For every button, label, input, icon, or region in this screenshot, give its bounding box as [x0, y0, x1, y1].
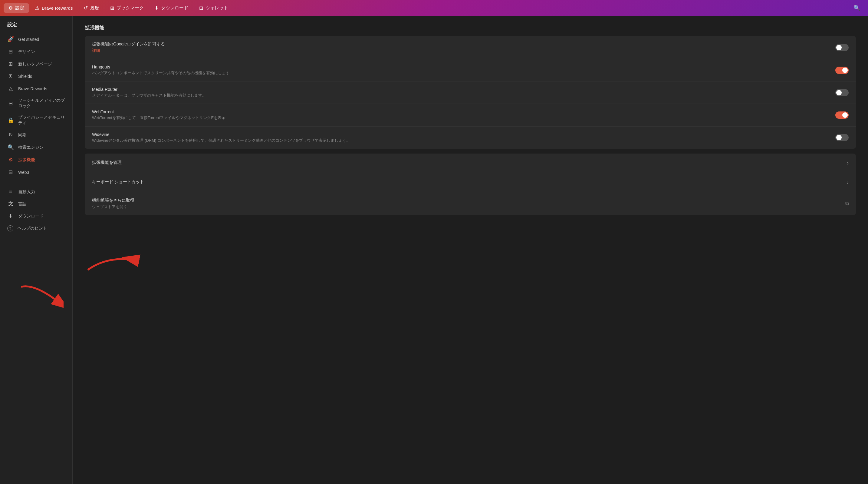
extensions-icon: ⚙ [7, 156, 14, 163]
sidebar-item-web3-label: Web3 [18, 170, 29, 175]
keyboard-shortcuts-text: キーボード ショートカット [92, 179, 841, 186]
bookmarks-icon: ⊞ [110, 5, 114, 11]
section-title: 拡張機能 [85, 25, 856, 31]
sidebar-item-new-tab[interactable]: ⊞ 新しいタブページ [0, 58, 72, 70]
keyboard-shortcuts-chevron: › [847, 179, 849, 186]
search-sidebar-icon: 🔍 [7, 144, 14, 150]
help-icon: ? [7, 225, 13, 231]
sidebar-item-privacy[interactable]: 🔒 プライバシーとセキュリティ [0, 112, 72, 129]
topbar-settings[interactable]: ⚙ 設定 [4, 3, 29, 13]
hangouts-row: Hangouts ハングアウトコンポーネントでスクリーン共有やその他の機能を有効… [85, 59, 856, 82]
media-router-title: Media Router [92, 87, 829, 92]
history-icon: ↺ [84, 5, 88, 11]
widevine-toggle[interactable] [835, 134, 849, 141]
shield-icon: ⛨ [7, 73, 14, 79]
downloads-sidebar-icon: ⬇ [7, 213, 14, 219]
sidebar-item-web3[interactable]: ⊟ Web3 [0, 166, 72, 178]
sidebar-item-help[interactable]: ? ヘルプのヒント [0, 222, 72, 234]
sidebar-item-languages[interactable]: 文 言語 [0, 198, 72, 210]
wallet-icon: ⊡ [199, 5, 203, 11]
hangouts-toggle[interactable] [835, 67, 849, 74]
get-more-desc: ウェブストアを開く [92, 204, 839, 209]
sidebar-item-new-tab-label: 新しいタブページ [18, 61, 52, 67]
media-router-toggle[interactable] [835, 89, 849, 96]
topbar-brave-rewards[interactable]: ⚠ Brave Rewards [30, 3, 78, 13]
get-more-text: 機能拡張をさらに取得 ウェブストアを開く [92, 198, 839, 209]
manage-extensions-row[interactable]: 拡張機能を管理 › [85, 153, 856, 173]
topbar-settings-label: 設定 [15, 5, 24, 11]
webtorrent-action [835, 111, 849, 119]
sidebar-item-get-started[interactable]: 🚀 Get started [0, 33, 72, 46]
brave-rewards-icon: ⚠ [35, 5, 39, 11]
manage-extensions-action: › [847, 160, 849, 166]
topbar-history-label: 履歴 [90, 5, 99, 11]
media-router-row: Media Router メディアルーターは、ブラウザのキャスト機能を有効にしま… [85, 82, 856, 104]
nav-card: 拡張機能を管理 › キーボード ショートカット › 機能拡張をさらに取得 [85, 153, 856, 215]
keyboard-shortcuts-title: キーボード ショートカット [92, 179, 841, 185]
media-router-desc: メディアルーターは、ブラウザのキャスト機能を有効にします。 [92, 93, 829, 98]
widevine-title: Widevine [92, 132, 829, 137]
main-layout: 設定 🚀 Get started ⊟ デザイン ⊞ 新しいタブページ ⛨ Shi… [0, 16, 868, 484]
sidebar-item-sync[interactable]: ↻ 同期 [0, 129, 72, 141]
sidebar-item-shields-label: Shields [18, 74, 32, 79]
widevine-action [835, 134, 849, 141]
webtorrent-text: WebTorrent WebTorrentを有効にして、直接Torrentファイ… [92, 109, 829, 120]
webtorrent-title: WebTorrent [92, 109, 829, 114]
google-login-action [835, 44, 849, 51]
sidebar-item-languages-label: 言語 [18, 201, 27, 207]
google-login-row: 拡張機能のGoogleログインを許可する 詳細 [85, 36, 856, 59]
sidebar-title: 設定 [0, 22, 72, 33]
autofill-icon: ≡ [7, 189, 14, 195]
google-login-toggle[interactable] [835, 44, 849, 51]
downloads-icon: ⬇ [155, 5, 159, 11]
social-icon: ⊟ [7, 100, 14, 107]
hangouts-text: Hangouts ハングアウトコンポーネントでスクリーン共有やその他の機能を有効… [92, 64, 829, 76]
extensions-card: 拡張機能のGoogleログインを許可する 詳細 Hangouts ハングアウトコ… [85, 36, 856, 149]
hangouts-action [835, 67, 849, 74]
content-area: 拡張機能 拡張機能のGoogleログインを許可する 詳細 Hangouts ハン… [73, 16, 868, 484]
media-router-action [835, 89, 849, 96]
get-more-row[interactable]: 機能拡張をさらに取得 ウェブストアを開く ⧉ [85, 192, 856, 215]
search-icon: 🔍 [854, 5, 860, 11]
topbar-bookmarks[interactable]: ⊞ ブックマーク [105, 3, 149, 13]
sidebar-item-design[interactable]: ⊟ デザイン [0, 46, 72, 58]
lock-icon: 🔒 [7, 117, 14, 123]
sidebar-item-extensions[interactable]: ⚙ 拡張機能 [0, 153, 72, 166]
topbar-bookmarks-label: ブックマーク [117, 5, 144, 11]
topbar-downloads[interactable]: ⬇ ダウンロード [150, 3, 193, 13]
hangouts-desc: ハングアウトコンポーネントでスクリーン共有やその他の機能を有効にします [92, 70, 829, 76]
sidebar-item-help-label: ヘルプのヒント [18, 226, 47, 231]
sync-icon: ↻ [7, 132, 14, 138]
rocket-icon: 🚀 [7, 36, 14, 42]
sidebar-item-social-label: ソーシャルメディアのブロック [18, 98, 65, 109]
topbar-brave-rewards-label: Brave Rewards [42, 5, 73, 10]
get-more-action: ⧉ [845, 201, 849, 206]
webtorrent-desc: WebTorrentを有効にして、直接TorrentファイルやマグネットリンクE… [92, 115, 829, 120]
sidebar-item-shields[interactable]: ⛨ Shields [0, 70, 72, 82]
sidebar-item-design-label: デザイン [18, 49, 35, 55]
topbar-wallet[interactable]: ⊡ ウォレット [194, 3, 233, 13]
sidebar-item-autofill[interactable]: ≡ 自動入力 [0, 186, 72, 198]
sidebar-item-search[interactable]: 🔍 検索エンジン [0, 141, 72, 153]
sidebar-item-brave-rewards[interactable]: △ Brave Rewards [0, 82, 72, 95]
sidebar-item-autofill-label: 自動入力 [18, 189, 35, 195]
keyboard-shortcuts-row[interactable]: キーボード ショートカット › [85, 173, 856, 192]
sidebar-item-get-started-label: Get started [18, 37, 39, 42]
google-login-link[interactable]: 詳細 [92, 48, 829, 53]
search-button[interactable]: 🔍 [849, 3, 864, 13]
sidebar-item-social-media[interactable]: ⊟ ソーシャルメディアのブロック [0, 95, 72, 112]
media-router-text: Media Router メディアルーターは、ブラウザのキャスト機能を有効にしま… [92, 87, 829, 98]
hangouts-title: Hangouts [92, 64, 829, 69]
sidebar-item-downloads-label: ダウンロード [18, 213, 43, 219]
sidebar-divider [0, 182, 72, 182]
sidebar: 設定 🚀 Get started ⊟ デザイン ⊞ 新しいタブページ ⛨ Shi… [0, 16, 73, 484]
topbar-history[interactable]: ↺ 履歴 [79, 3, 104, 13]
webtorrent-row: WebTorrent WebTorrentを有効にして、直接Torrentファイ… [85, 104, 856, 126]
sidebar-item-downloads[interactable]: ⬇ ダウンロード [0, 210, 72, 222]
webtorrent-toggle[interactable] [835, 111, 849, 119]
sidebar-item-search-label: 検索エンジン [18, 145, 43, 150]
get-more-title: 機能拡張をさらに取得 [92, 198, 839, 203]
settings-icon: ⚙ [8, 5, 13, 11]
sidebar-item-extensions-label: 拡張機能 [18, 157, 35, 163]
google-login-text: 拡張機能のGoogleログインを許可する 詳細 [92, 41, 829, 53]
